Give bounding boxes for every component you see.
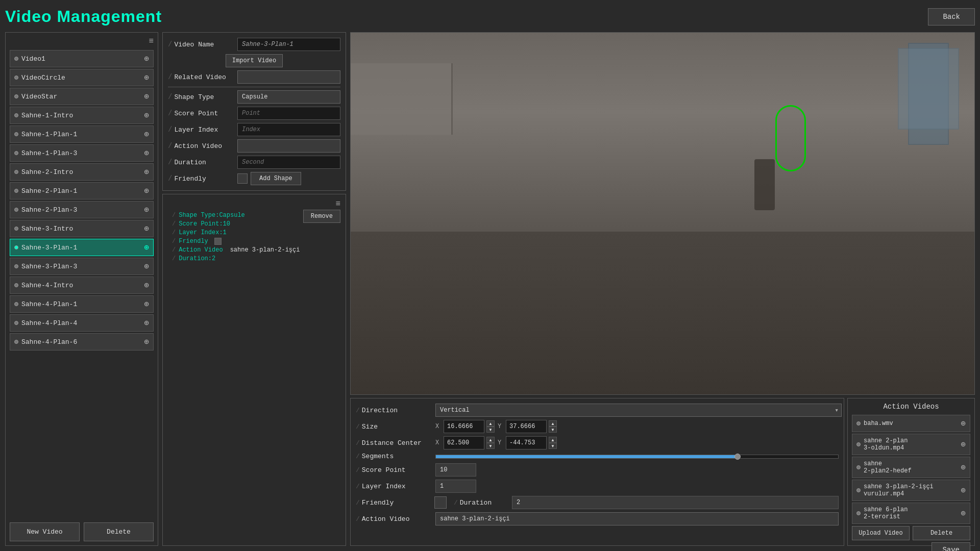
action-video-dot-icon [856, 488, 861, 492]
duration-input[interactable] [237, 156, 340, 169]
video-dot-icon [14, 245, 18, 249]
size-x-down-button[interactable]: ▼ [486, 427, 495, 433]
video-list-item[interactable]: Sahne-3-Plan-3 ⊕ [10, 258, 154, 275]
ctrl-layer-index-input[interactable] [435, 480, 476, 493]
dist-y-down-button[interactable]: ▼ [549, 443, 557, 449]
action-video-crosshair-icon: ⊕ [961, 439, 966, 449]
video-list-item[interactable]: Sahne-3-Intro ⊕ [10, 220, 154, 237]
action-video-item[interactable]: baha.wmv ⊕ [852, 415, 970, 432]
upload-video-button[interactable]: Upload Video [852, 526, 910, 540]
dist-x-input[interactable] [444, 436, 484, 449]
video-list-item[interactable]: Sahne-4-Plan-4 ⊕ [10, 314, 154, 332]
action-video-dot-icon [856, 511, 861, 515]
action-video-buttons: Upload Video Delete [852, 526, 970, 540]
video-item-name: Sahne-1-Plan-1 [21, 131, 77, 138]
video-list-item[interactable]: Sahne-2-Plan-1 ⊕ [10, 182, 154, 199]
video-name-section: / Video Name Import Video / Related Vide… [162, 32, 346, 191]
wall-shelf [351, 63, 453, 135]
video-list-item[interactable]: Sahne-2-Plan-3 ⊕ [10, 201, 154, 218]
direction-select[interactable]: Vertical Horizontal [435, 404, 842, 417]
action-video-item-left: sahne 2-plan 3-oldun.mp4 [856, 437, 908, 452]
dist-y-up-button[interactable]: ▲ [549, 437, 557, 443]
shape-type-select[interactable]: Capsule [237, 90, 340, 104]
action-video-item-name: baha.wmv [864, 420, 893, 427]
video-list-item[interactable]: Sahne-1-Intro ⊕ [10, 107, 154, 124]
import-video-button[interactable]: Import Video [226, 54, 283, 67]
action-video-item-name: sahne 6-plan 2-terorist [864, 506, 908, 520]
related-video-select[interactable] [237, 70, 340, 84]
video-list-item[interactable]: Sahne-1-Plan-1 ⊕ [10, 126, 154, 143]
size-y-up-button[interactable]: ▲ [549, 420, 557, 427]
video-list-item[interactable]: Sahne-3-Plan-1 ⊕ [10, 239, 154, 256]
person-figure [754, 159, 775, 210]
video-item-name: VideoStar [21, 93, 57, 101]
score-point-input[interactable] [237, 107, 340, 120]
segments-slider[interactable] [435, 455, 839, 459]
video-dot-icon [14, 170, 18, 174]
bottom-panels: / Direction Vertical Horizontal ▾ / [350, 398, 975, 546]
shape-type-label: Shape Type [174, 93, 214, 101]
video-item-name: Sahne-3-Intro [21, 225, 73, 233]
video-list-item[interactable]: VideoCircle ⊕ [10, 69, 154, 86]
video-item-left: Sahne-1-Intro [14, 112, 73, 119]
score-point-label: Score Point [174, 110, 218, 117]
video-name-row: / Video Name [168, 38, 340, 51]
video-list-item[interactable]: VideoStar ⊕ [10, 88, 154, 105]
crosshair-icon: ⊕ [144, 54, 149, 64]
action-video-crosshair-icon: ⊕ [961, 418, 966, 429]
video-dot-icon [14, 302, 18, 306]
layer-index-input[interactable] [237, 123, 340, 136]
video-list-item[interactable]: Sahne-4-Plan-6 ⊕ [10, 333, 154, 350]
video-dot-icon [14, 283, 18, 287]
video-dot-icon [14, 189, 18, 193]
new-video-button[interactable]: New Video [10, 522, 80, 541]
size-x-group: X ▲ ▼ [435, 420, 495, 433]
action-video-item[interactable]: sahne 6-plan 2-terorist ⊕ [852, 503, 970, 524]
video-item-left: Sahne-2-Plan-3 [14, 206, 77, 214]
action-video-item[interactable]: sahne 2-plan2-hedef ⊕ [852, 457, 970, 478]
video-item-left: Sahne-4-Plan-6 [14, 338, 77, 346]
add-shape-button[interactable]: Add Shape [251, 172, 301, 185]
ctrl-duration-input[interactable] [512, 496, 839, 509]
capsule-overlay [775, 105, 806, 171]
video-list-item[interactable]: Sahne-4-Intro ⊕ [10, 277, 154, 294]
video-item-left: Video1 [14, 55, 45, 63]
action-video-info: / Action Video sahne 3-plan-2-işçi [172, 246, 340, 254]
size-x-input[interactable] [444, 420, 484, 433]
action-video-select[interactable] [237, 139, 340, 153]
action-video-item[interactable]: sahne 2-plan 3-oldun.mp4 ⊕ [852, 434, 970, 455]
remove-button[interactable]: Remove [303, 210, 340, 223]
dist-y-input[interactable] [506, 436, 547, 449]
ctrl-action-video-select[interactable]: sahne 3-plan-2-işçi [435, 512, 839, 525]
video-name-input[interactable] [237, 38, 340, 51]
video-list-item[interactable]: Sahne-4-Plan-1 ⊕ [10, 295, 154, 313]
dist-x-down-button[interactable]: ▼ [486, 443, 495, 449]
video-item-name: Sahne-1-Intro [21, 112, 73, 119]
action-video-item-left: sahne 6-plan 2-terorist [856, 506, 908, 520]
layer-index-row: / Layer Index [168, 123, 340, 136]
factory-background [351, 33, 974, 394]
size-x-up-button[interactable]: ▲ [486, 420, 495, 427]
segments-row: / Segments [356, 453, 839, 460]
crosshair-icon: ⊕ [144, 91, 149, 102]
video-list-item[interactable]: Sahne-2-Intro ⊕ [10, 163, 154, 181]
delete-action-video-button[interactable]: Delete [913, 526, 970, 540]
video-list-item[interactable]: Video1 ⊕ [10, 50, 154, 67]
friendly-checkbox[interactable] [237, 173, 248, 184]
video-item-name: Sahne-2-Plan-3 [21, 206, 77, 214]
video-list-item[interactable]: Sahne-1-Plan-3 ⊕ [10, 144, 154, 162]
back-button[interactable]: Back [928, 8, 975, 26]
size-y-down-button[interactable]: ▼ [549, 427, 557, 433]
ctrl-friendly-checkbox[interactable] [434, 496, 447, 509]
ctrl-score-point-label: Score Point [362, 466, 406, 474]
save-button[interactable]: Save [932, 542, 970, 551]
size-y-input[interactable] [506, 420, 547, 433]
score-point-info-text: Score Point:10 [179, 220, 230, 228]
friendly-info-value [214, 238, 222, 245]
delete-video-button[interactable]: Delete [84, 522, 154, 541]
action-video-item[interactable]: sahne 3-plan-2-işçi vurulur.mp4 ⊕ [852, 480, 970, 501]
dist-x-up-button[interactable]: ▲ [486, 437, 495, 443]
crosshair-icon: ⊕ [144, 337, 149, 347]
ctrl-score-point-input[interactable] [435, 463, 476, 477]
shape-type-info-text: Shape Type:Capsule [179, 212, 245, 219]
